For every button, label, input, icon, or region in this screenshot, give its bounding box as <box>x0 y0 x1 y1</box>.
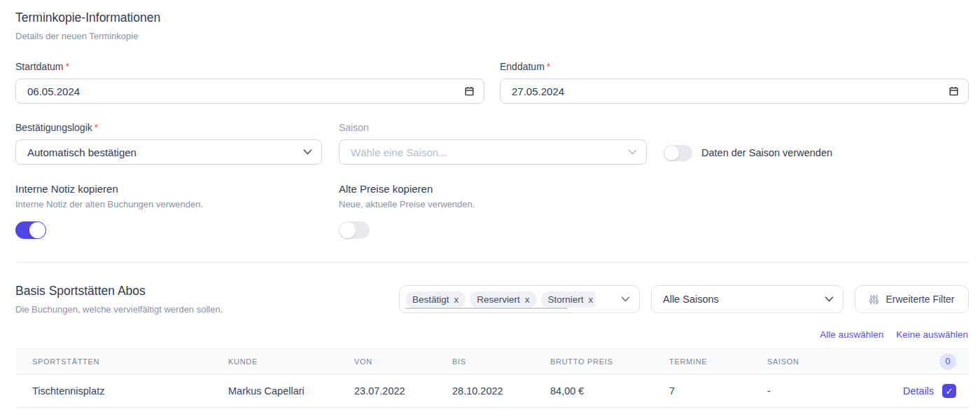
cell-termine: 7 <box>652 385 750 397</box>
status-tag-label: Storniert <box>548 294 584 305</box>
interne-notiz-title: Interne Notiz kopieren <box>15 183 322 195</box>
status-tags: Bestätigtx Reserviertx Storniertx Abgele… <box>405 291 596 308</box>
table-row[interactable]: Tischtennisplatz Markus Capellari 23.07.… <box>15 375 969 408</box>
interne-notiz-toggle[interactable] <box>15 221 46 239</box>
startdatum-input-wrap <box>15 78 484 104</box>
selection-links: Alle auswählen Keine auswählen <box>15 329 969 340</box>
abos-table: SPORTSTÄTTEN KUNDE VON BIS BRUTTO PREIS … <box>15 348 969 408</box>
col-header-von: VON <box>337 357 435 366</box>
col-header-brutto-preis: BRUTTO PREIS <box>533 357 652 366</box>
col-header-saison: SAISON <box>750 357 886 366</box>
calendar-icon[interactable] <box>948 85 959 97</box>
saison-label: Saison <box>339 122 647 133</box>
table-header-row: SPORTSTÄTTEN KUNDE VON BIS BRUTTO PREIS … <box>15 348 969 375</box>
abos-section-titles: Basis Sportstätten Abos Die Buchungen, w… <box>15 284 399 315</box>
cell-brutto-preis: 84,00 € <box>533 385 652 397</box>
status-tag[interactable]: Storniertx <box>541 291 596 308</box>
status-tag[interactable]: Reserviertx <box>470 291 536 308</box>
saison-field-group: Saison Wähle eine Saison... <box>339 122 647 165</box>
startdatum-label: Startdatum* <box>15 61 484 72</box>
toggle-row: Interne Notiz kopieren Interne Notiz der… <box>15 183 969 239</box>
saison-placeholder: Wähle eine Saison... <box>351 146 447 158</box>
col-header-sportstaetten: SPORTSTÄTTEN <box>15 357 211 366</box>
toggle-knob <box>29 222 46 238</box>
saison-daten-toggle-label: Daten der Saison verwenden <box>701 147 832 158</box>
status-multiselect[interactable]: Bestätigtx Reserviertx Storniertx Abgele… <box>399 285 640 313</box>
calendar-icon[interactable] <box>464 85 475 97</box>
cell-von: 23.07.2022 <box>337 385 435 397</box>
startdatum-field-group: Startdatum* <box>15 61 484 104</box>
saison-filter-value: Alle Saisons <box>663 294 719 305</box>
required-asterisk: * <box>547 61 550 72</box>
startdatum-input[interactable] <box>27 85 456 97</box>
select-none-link[interactable]: Keine auswählen <box>896 329 968 340</box>
toggle-knob <box>664 146 679 160</box>
bestaetigungslogik-label: Bestätigungslogik* <box>15 122 322 133</box>
status-tag-label: Bestätigt <box>412 294 449 305</box>
select-row: Bestätigungslogik* Automatisch bestätige… <box>15 122 969 165</box>
advanced-filter-button[interactable]: Erweiterte Filter <box>855 285 969 313</box>
select-all-link[interactable]: Alle auswählen <box>820 329 883 340</box>
saison-select[interactable]: Wähle eine Saison... <box>339 139 647 165</box>
page-subtitle: Details der neuen Terminkopie <box>15 31 969 41</box>
col-header-bis: BIS <box>435 357 533 366</box>
remove-tag-icon[interactable]: x <box>589 294 594 305</box>
startdatum-label-text: Startdatum <box>15 61 63 72</box>
bestaetigungslogik-label-text: Bestätigungslogik <box>15 122 92 133</box>
advanced-filter-button-label: Erweiterte Filter <box>886 294 954 305</box>
chevron-down-icon <box>303 149 312 156</box>
col-header-termine: TERMINE <box>652 357 750 366</box>
enddatum-label-text: Enddatum <box>500 61 545 72</box>
required-asterisk: * <box>94 122 98 133</box>
details-link[interactable]: Details <box>903 385 934 397</box>
remove-tag-icon[interactable]: x <box>454 294 459 305</box>
date-row: Startdatum* Enddatum* <box>15 61 969 104</box>
bestaetigungslogik-select[interactable]: Automatisch bestätigen <box>15 139 322 165</box>
saison-daten-toggle[interactable] <box>664 145 692 161</box>
bestaetigungslogik-value: Automatisch bestätigen <box>27 146 136 158</box>
status-tag[interactable]: Bestätigtx <box>405 291 465 308</box>
toggle-knob <box>340 222 356 238</box>
checkbox-check-icon: ✓ <box>946 386 953 397</box>
remove-tag-icon[interactable]: x <box>525 294 530 305</box>
selected-count-cell: 0 <box>886 353 969 370</box>
sliders-icon <box>869 294 879 305</box>
alte-preise-toggle[interactable] <box>339 221 370 239</box>
enddatum-field-group: Enddatum* <box>500 61 969 104</box>
interne-notiz-block: Interne Notiz kopieren Interne Notiz der… <box>15 183 322 239</box>
cell-sportstaette: Tischtennisplatz <box>15 385 211 397</box>
saison-daten-toggle-group: Daten der Saison verwenden <box>664 141 969 165</box>
chevron-down-icon <box>621 296 630 303</box>
abos-filters: Bestätigtx Reserviertx Storniertx Abgele… <box>399 285 969 313</box>
alte-preise-block: Alte Preise kopieren Neue, aktuelle Prei… <box>339 183 647 239</box>
page-title: Terminkopie-Informationen <box>15 11 969 25</box>
required-asterisk: * <box>65 61 69 72</box>
chevron-down-icon <box>628 149 637 156</box>
selected-count-badge: 0 <box>939 353 956 370</box>
enddatum-input-wrap <box>500 78 969 104</box>
cell-kunde: Markus Capellari <box>211 385 337 397</box>
abos-section-bar: Basis Sportstätten Abos Die Buchungen, w… <box>15 284 969 315</box>
tags-scrollbar[interactable] <box>405 308 568 309</box>
enddatum-input[interactable] <box>512 85 940 97</box>
cell-bis: 28.10.2022 <box>435 385 533 397</box>
interne-notiz-description: Interne Notiz der alten Buchungen verwen… <box>15 199 322 210</box>
abos-section-title: Basis Sportstätten Abos <box>15 284 399 298</box>
cell-actions: Details ✓ <box>886 384 969 398</box>
row-checkbox[interactable]: ✓ <box>942 384 956 398</box>
chevron-down-icon <box>825 296 834 303</box>
col-header-kunde: KUNDE <box>211 357 337 366</box>
bestaetigungslogik-field-group: Bestätigungslogik* Automatisch bestätige… <box>15 122 322 165</box>
section-divider <box>15 262 969 263</box>
cell-saison: - <box>750 385 886 397</box>
saison-filter-select[interactable]: Alle Saisons <box>651 285 844 313</box>
alte-preise-title: Alte Preise kopieren <box>339 183 647 195</box>
alte-preise-description: Neue, aktuelle Preise verwenden. <box>339 199 647 210</box>
status-tag-label: Reserviert <box>477 294 520 305</box>
abos-section-subtitle: Die Buchungen, welche vervielfältigt wer… <box>15 304 399 315</box>
enddatum-label: Enddatum* <box>500 61 969 72</box>
